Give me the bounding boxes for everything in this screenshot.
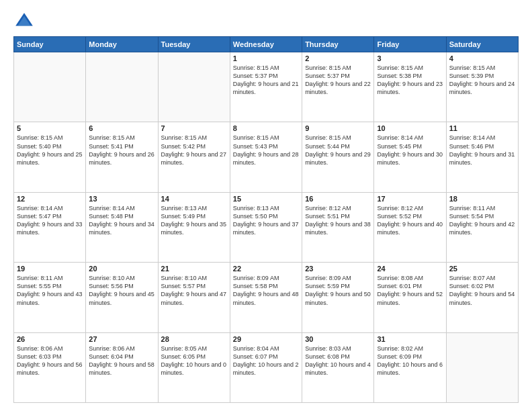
calendar-cell: 18Sunrise: 8:11 AMSunset: 5:54 PMDayligh… bbox=[446, 192, 518, 262]
week-row-0: 1Sunrise: 8:15 AMSunset: 5:37 PMDaylight… bbox=[14, 52, 519, 122]
day-number: 11 bbox=[449, 124, 515, 132]
day-number: 9 bbox=[305, 124, 371, 132]
header bbox=[13, 11, 519, 32]
calendar-cell: 27Sunrise: 8:06 AMSunset: 6:04 PMDayligh… bbox=[86, 332, 158, 402]
day-detail: Sunrise: 8:09 AMSunset: 5:59 PMDaylight:… bbox=[305, 274, 371, 307]
calendar-cell: 12Sunrise: 8:14 AMSunset: 5:47 PMDayligh… bbox=[14, 192, 86, 262]
day-number: 26 bbox=[17, 335, 83, 343]
day-number: 1 bbox=[233, 54, 299, 62]
day-detail: Sunrise: 8:15 AMSunset: 5:39 PMDaylight:… bbox=[449, 64, 515, 97]
day-number: 6 bbox=[89, 124, 154, 132]
header-cell-monday: Monday bbox=[86, 37, 158, 52]
logo bbox=[13, 11, 38, 32]
day-detail: Sunrise: 8:12 AMSunset: 5:51 PMDaylight:… bbox=[305, 204, 371, 237]
day-number: 24 bbox=[377, 265, 443, 273]
calendar-cell: 19Sunrise: 8:11 AMSunset: 5:55 PMDayligh… bbox=[14, 263, 86, 332]
calendar-cell: 13Sunrise: 8:14 AMSunset: 5:48 PMDayligh… bbox=[86, 192, 158, 262]
day-number: 23 bbox=[305, 265, 371, 273]
day-number: 15 bbox=[233, 195, 299, 203]
day-detail: Sunrise: 8:15 AMSunset: 5:42 PMDaylight:… bbox=[161, 134, 227, 167]
week-row-1: 5Sunrise: 8:15 AMSunset: 5:40 PMDaylight… bbox=[14, 122, 519, 192]
day-detail: Sunrise: 8:15 AMSunset: 5:40 PMDaylight:… bbox=[17, 134, 83, 167]
day-detail: Sunrise: 8:07 AMSunset: 6:02 PMDaylight:… bbox=[449, 274, 515, 307]
day-detail: Sunrise: 8:15 AMSunset: 5:37 PMDaylight:… bbox=[305, 64, 371, 97]
day-detail: Sunrise: 8:05 AMSunset: 6:05 PMDaylight:… bbox=[161, 345, 227, 377]
header-cell-tuesday: Tuesday bbox=[158, 37, 230, 52]
calendar-cell: 10Sunrise: 8:14 AMSunset: 5:45 PMDayligh… bbox=[374, 122, 446, 192]
day-number: 29 bbox=[233, 335, 299, 343]
calendar-cell: 22Sunrise: 8:09 AMSunset: 5:58 PMDayligh… bbox=[230, 263, 302, 332]
day-number: 14 bbox=[161, 195, 227, 203]
day-number: 28 bbox=[161, 335, 227, 343]
calendar-body: 1Sunrise: 8:15 AMSunset: 5:37 PMDaylight… bbox=[14, 52, 519, 403]
day-detail: Sunrise: 8:13 AMSunset: 5:50 PMDaylight:… bbox=[233, 204, 299, 237]
calendar-cell bbox=[14, 52, 86, 122]
calendar-cell: 24Sunrise: 8:08 AMSunset: 6:01 PMDayligh… bbox=[374, 263, 446, 332]
day-number: 31 bbox=[377, 335, 443, 343]
header-cell-sunday: Sunday bbox=[14, 37, 86, 52]
calendar-cell: 1Sunrise: 8:15 AMSunset: 5:37 PMDaylight… bbox=[230, 52, 302, 122]
day-detail: Sunrise: 8:14 AMSunset: 5:46 PMDaylight:… bbox=[449, 134, 515, 167]
calendar-cell bbox=[86, 52, 158, 122]
day-number: 8 bbox=[233, 124, 299, 132]
day-detail: Sunrise: 8:14 AMSunset: 5:48 PMDaylight:… bbox=[89, 204, 154, 237]
day-number: 30 bbox=[305, 335, 371, 343]
calendar-cell: 8Sunrise: 8:15 AMSunset: 5:43 PMDaylight… bbox=[230, 122, 302, 192]
calendar-cell: 23Sunrise: 8:09 AMSunset: 5:59 PMDayligh… bbox=[302, 263, 374, 332]
calendar-cell: 2Sunrise: 8:15 AMSunset: 5:37 PMDaylight… bbox=[302, 52, 374, 122]
day-number: 13 bbox=[89, 195, 154, 203]
calendar-cell: 6Sunrise: 8:15 AMSunset: 5:41 PMDaylight… bbox=[86, 122, 158, 192]
calendar-cell: 31Sunrise: 8:02 AMSunset: 6:09 PMDayligh… bbox=[374, 332, 446, 402]
day-detail: Sunrise: 8:15 AMSunset: 5:41 PMDaylight:… bbox=[89, 134, 154, 167]
calendar-cell: 3Sunrise: 8:15 AMSunset: 5:38 PMDaylight… bbox=[374, 52, 446, 122]
calendar-cell: 14Sunrise: 8:13 AMSunset: 5:49 PMDayligh… bbox=[158, 192, 230, 262]
day-detail: Sunrise: 8:04 AMSunset: 6:07 PMDaylight:… bbox=[233, 345, 299, 377]
calendar-header: SundayMondayTuesdayWednesdayThursdayFrid… bbox=[14, 37, 519, 52]
week-row-2: 12Sunrise: 8:14 AMSunset: 5:47 PMDayligh… bbox=[14, 192, 519, 262]
calendar-cell: 29Sunrise: 8:04 AMSunset: 6:07 PMDayligh… bbox=[230, 332, 302, 402]
calendar-cell: 4Sunrise: 8:15 AMSunset: 5:39 PMDaylight… bbox=[446, 52, 518, 122]
day-number: 5 bbox=[17, 124, 83, 132]
header-cell-wednesday: Wednesday bbox=[230, 37, 302, 52]
day-number: 22 bbox=[233, 265, 299, 273]
header-row: SundayMondayTuesdayWednesdayThursdayFrid… bbox=[14, 37, 519, 52]
week-row-3: 19Sunrise: 8:11 AMSunset: 5:55 PMDayligh… bbox=[14, 263, 519, 332]
day-detail: Sunrise: 8:10 AMSunset: 5:57 PMDaylight:… bbox=[161, 274, 227, 307]
day-number: 27 bbox=[89, 335, 154, 343]
day-number: 4 bbox=[449, 54, 515, 62]
day-detail: Sunrise: 8:15 AMSunset: 5:38 PMDaylight:… bbox=[377, 64, 443, 97]
day-detail: Sunrise: 8:15 AMSunset: 5:37 PMDaylight:… bbox=[233, 64, 299, 97]
calendar-cell: 16Sunrise: 8:12 AMSunset: 5:51 PMDayligh… bbox=[302, 192, 374, 262]
day-detail: Sunrise: 8:15 AMSunset: 5:43 PMDaylight:… bbox=[233, 134, 299, 167]
day-number: 18 bbox=[449, 195, 515, 203]
day-detail: Sunrise: 8:06 AMSunset: 6:03 PMDaylight:… bbox=[17, 345, 83, 377]
day-detail: Sunrise: 8:13 AMSunset: 5:49 PMDaylight:… bbox=[161, 204, 227, 237]
calendar-cell: 25Sunrise: 8:07 AMSunset: 6:02 PMDayligh… bbox=[446, 263, 518, 332]
day-detail: Sunrise: 8:02 AMSunset: 6:09 PMDaylight:… bbox=[377, 345, 443, 377]
calendar-cell: 20Sunrise: 8:10 AMSunset: 5:56 PMDayligh… bbox=[86, 263, 158, 332]
day-detail: Sunrise: 8:11 AMSunset: 5:54 PMDaylight:… bbox=[449, 204, 515, 237]
calendar-cell: 11Sunrise: 8:14 AMSunset: 5:46 PMDayligh… bbox=[446, 122, 518, 192]
calendar-cell: 30Sunrise: 8:03 AMSunset: 6:08 PMDayligh… bbox=[302, 332, 374, 402]
calendar-cell: 9Sunrise: 8:15 AMSunset: 5:44 PMDaylight… bbox=[302, 122, 374, 192]
day-number: 17 bbox=[377, 195, 443, 203]
page: SundayMondayTuesdayWednesdayThursdayFrid… bbox=[0, 0, 532, 411]
header-cell-thursday: Thursday bbox=[302, 37, 374, 52]
calendar-cell: 7Sunrise: 8:15 AMSunset: 5:42 PMDaylight… bbox=[158, 122, 230, 192]
day-detail: Sunrise: 8:14 AMSunset: 5:47 PMDaylight:… bbox=[17, 204, 83, 237]
day-number: 2 bbox=[305, 54, 371, 62]
day-number: 25 bbox=[449, 265, 515, 273]
day-number: 7 bbox=[161, 124, 227, 132]
day-detail: Sunrise: 8:03 AMSunset: 6:08 PMDaylight:… bbox=[305, 345, 371, 377]
calendar-cell: 28Sunrise: 8:05 AMSunset: 6:05 PMDayligh… bbox=[158, 332, 230, 402]
calendar-cell: 21Sunrise: 8:10 AMSunset: 5:57 PMDayligh… bbox=[158, 263, 230, 332]
day-number: 20 bbox=[89, 265, 154, 273]
day-number: 21 bbox=[161, 265, 227, 273]
day-number: 3 bbox=[377, 54, 443, 62]
day-detail: Sunrise: 8:14 AMSunset: 5:45 PMDaylight:… bbox=[377, 134, 443, 167]
day-number: 10 bbox=[377, 124, 443, 132]
day-detail: Sunrise: 8:10 AMSunset: 5:56 PMDaylight:… bbox=[89, 274, 154, 307]
calendar-cell: 17Sunrise: 8:12 AMSunset: 5:52 PMDayligh… bbox=[374, 192, 446, 262]
week-row-4: 26Sunrise: 8:06 AMSunset: 6:03 PMDayligh… bbox=[14, 332, 519, 402]
calendar-cell: 5Sunrise: 8:15 AMSunset: 5:40 PMDaylight… bbox=[14, 122, 86, 192]
